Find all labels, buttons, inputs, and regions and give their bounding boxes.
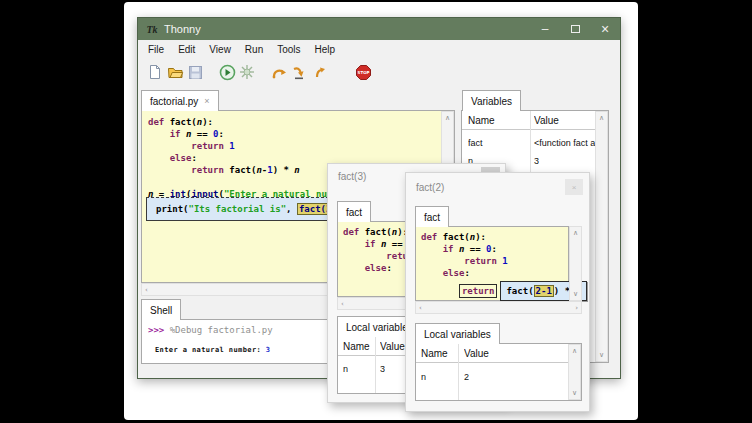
shell-output: >>> %Debug factorial.py Enter a natural … xyxy=(148,324,273,355)
run-script-button[interactable] xyxy=(217,62,237,82)
new-file-icon xyxy=(147,64,163,80)
menu-run[interactable]: Run xyxy=(238,42,270,57)
menu-edit[interactable]: Edit xyxy=(171,42,202,57)
column-name: Name xyxy=(468,115,495,126)
save-icon xyxy=(188,65,203,80)
active-return-statement: return xyxy=(459,284,498,298)
tab-variables[interactable]: Variables xyxy=(462,90,521,111)
tab-label: factorial.py xyxy=(150,96,198,107)
scroll-down-icon[interactable]: ∨ xyxy=(599,351,604,359)
debug-icon xyxy=(239,64,255,80)
tab-local-variables[interactable]: Local variables xyxy=(415,323,500,344)
stop-button[interactable]: STOP xyxy=(353,62,373,82)
step-into-icon xyxy=(291,65,307,80)
frame-close-button[interactable]: × xyxy=(565,179,583,195)
frame-hscrollbar[interactable]: ‹ › xyxy=(415,301,582,314)
frame-window-fact2[interactable]: fact(2) × fact def fact(n): if n == 0: r… xyxy=(405,172,590,412)
tab-label: Local variables xyxy=(424,329,491,340)
scroll-up-icon[interactable]: ∧ xyxy=(445,114,450,122)
var-value: 3 xyxy=(380,364,385,374)
scroll-left-icon[interactable]: ‹ xyxy=(145,286,148,294)
screen: Tk Thonny – × File Edit View Run Tools H… xyxy=(0,0,752,423)
menu-file[interactable]: File xyxy=(141,42,171,57)
new-file-button[interactable] xyxy=(145,62,165,82)
open-file-button[interactable] xyxy=(165,62,185,82)
scroll-down-icon[interactable]: ∨ xyxy=(572,389,577,397)
minimize-icon: – xyxy=(542,22,549,36)
close-button[interactable]: × xyxy=(590,18,620,40)
save-file-button[interactable] xyxy=(185,62,205,82)
tab-fact[interactable]: fact xyxy=(415,206,449,227)
minimize-button[interactable]: – xyxy=(530,18,560,40)
column-value: Value xyxy=(534,115,559,126)
tab-label: Variables xyxy=(471,96,512,107)
menu-bar: File Edit View Run Tools Help xyxy=(138,40,620,58)
frame-vscrollbar[interactable]: ∧ ∨ xyxy=(569,226,582,301)
variables-vscrollbar[interactable]: ∧ ∨ xyxy=(595,111,608,362)
scroll-left-icon[interactable]: ‹ xyxy=(341,300,344,308)
step-over-button[interactable] xyxy=(269,62,289,82)
column-value: Value xyxy=(380,341,405,352)
open-folder-icon xyxy=(167,64,184,80)
step-out-button[interactable] xyxy=(309,62,329,82)
locals-vscrollbar[interactable]: ∧ ∨ xyxy=(568,344,581,400)
toolbar: STOP xyxy=(138,58,620,86)
var-name: n xyxy=(343,364,348,374)
column-divider xyxy=(375,337,376,393)
window-title: Thonny xyxy=(164,23,201,35)
menu-tools[interactable]: Tools xyxy=(270,42,307,57)
title-bar[interactable]: Tk Thonny – × xyxy=(138,18,620,40)
scroll-up-icon[interactable]: ∧ xyxy=(599,114,604,122)
tab-label: fact xyxy=(424,212,440,223)
close-icon: × xyxy=(572,183,577,192)
scroll-up-icon[interactable]: ∧ xyxy=(573,229,578,237)
close-icon: × xyxy=(601,22,609,36)
scroll-right-icon[interactable]: › xyxy=(575,304,578,312)
tab-factorial-py[interactable]: factorial.py × xyxy=(141,90,219,111)
scroll-left-icon[interactable]: ‹ xyxy=(419,304,422,312)
frame-code-editor[interactable]: def fact(n): if n == 0: return 1 else: r… xyxy=(415,226,569,301)
svg-text:STOP: STOP xyxy=(357,70,369,75)
frame-code: def fact(n): if n == 0: return 1 else: r… xyxy=(421,231,587,300)
variables-header: Name Value xyxy=(462,111,608,130)
tab-fact[interactable]: fact xyxy=(337,201,371,222)
locals-header: Name Value xyxy=(416,344,581,363)
run-icon xyxy=(219,64,236,81)
var-value: <function fact a xyxy=(534,138,596,148)
debug-script-button[interactable] xyxy=(237,62,257,82)
tab-shell[interactable]: Shell xyxy=(141,299,181,320)
menu-view[interactable]: View xyxy=(202,42,238,57)
evaluating-subexpression: 2-1 xyxy=(534,285,554,297)
step-over-icon xyxy=(271,65,288,80)
column-divider xyxy=(458,344,459,400)
menu-help[interactable]: Help xyxy=(308,42,343,57)
active-statement-box: print("Its factorial is", fact(3)) xyxy=(146,197,354,221)
scroll-down-icon[interactable]: ∨ xyxy=(573,290,578,298)
column-name: Name xyxy=(343,341,370,352)
thonny-app-icon: Tk xyxy=(145,22,159,36)
tab-close-icon[interactable]: × xyxy=(204,96,209,106)
var-value: 2 xyxy=(464,372,469,382)
frame-title: fact(2) xyxy=(416,182,444,193)
tab-label: Shell xyxy=(150,305,172,316)
maximize-icon xyxy=(571,25,580,33)
maximize-button[interactable] xyxy=(560,18,590,40)
column-value: Value xyxy=(464,348,489,359)
var-name: n xyxy=(421,372,426,382)
tab-label: Local variables xyxy=(346,322,413,333)
stop-icon: STOP xyxy=(355,64,372,81)
tab-label: fact xyxy=(346,207,362,218)
frame-title: fact(3) xyxy=(338,171,366,182)
step-into-button[interactable] xyxy=(289,62,309,82)
step-out-icon xyxy=(312,65,327,80)
local-variables-panel: Name Value n 2 ∧ ∨ xyxy=(415,343,582,401)
scroll-up-icon[interactable]: ∧ xyxy=(572,347,577,355)
var-value: 3 xyxy=(534,156,539,166)
column-name: Name xyxy=(421,348,448,359)
var-name: fact xyxy=(468,138,483,148)
